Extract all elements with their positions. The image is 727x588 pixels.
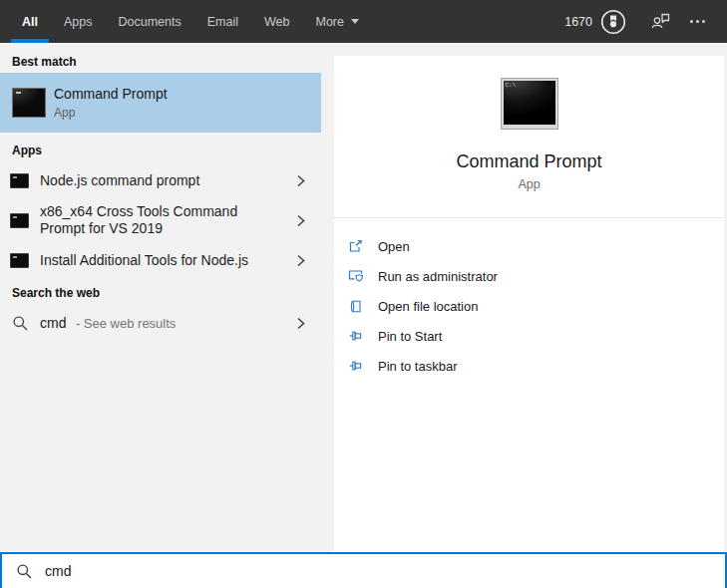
- best-match-result[interactable]: Command Prompt App: [0, 73, 321, 133]
- tab-web-label: Web: [264, 15, 289, 29]
- chevron-right-icon[interactable]: [297, 317, 305, 330]
- tab-apps[interactable]: Apps: [64, 0, 93, 43]
- open-window-icon: [347, 239, 364, 253]
- best-match-text: Command Prompt App: [54, 86, 168, 120]
- chevron-right-icon[interactable]: [297, 214, 305, 227]
- result-x86-x64-cross-tools[interactable]: x86_x64 Cross Tools Command Prompt for V…: [0, 200, 321, 240]
- web-search-text: cmd - See web results: [40, 314, 176, 332]
- divider: [334, 217, 724, 218]
- terminal-icon: [10, 213, 29, 228]
- best-match-title: Command Prompt: [54, 86, 168, 102]
- action-pin-to-taskbar[interactable]: Pin to taskbar: [334, 351, 724, 381]
- rewards-medal-icon: [598, 7, 628, 37]
- tab-web[interactable]: Web: [264, 0, 289, 43]
- admin-shield-icon: [347, 269, 364, 283]
- terminal-screen: C:\: [504, 81, 555, 125]
- filter-tabs: All Apps Documents Email Web More: [0, 0, 359, 43]
- rewards-points: 1670: [564, 15, 592, 29]
- action-label: Open: [378, 239, 410, 254]
- topbar-actions: 1670: [564, 7, 727, 37]
- result-install-additional-tools[interactable]: Install Additional Tools for Node.js: [0, 240, 321, 280]
- result-title: x86_x64 Cross Tools Command Prompt for V…: [40, 203, 269, 237]
- dropdown-arrow-icon: [351, 19, 359, 24]
- more-options-icon[interactable]: [690, 7, 705, 37]
- action-label: Run as administrator: [378, 269, 498, 284]
- account-button[interactable]: [650, 11, 672, 33]
- command-prompt-icon: [12, 88, 46, 118]
- tab-documents[interactable]: Documents: [118, 0, 181, 43]
- results-panel: Best match Command Prompt App Apps Node.…: [0, 43, 333, 552]
- tab-email-label: Email: [207, 15, 238, 29]
- action-label: Pin to Start: [378, 329, 442, 344]
- tab-email[interactable]: Email: [207, 0, 238, 43]
- best-match-subtitle: App: [54, 106, 168, 120]
- pin-icon: [347, 360, 364, 372]
- web-hint: - See web results: [76, 316, 176, 331]
- action-label: Pin to taskbar: [378, 359, 458, 374]
- web-query: cmd: [40, 315, 66, 331]
- action-pin-to-start[interactable]: Pin to Start: [334, 321, 724, 351]
- search-filter-bar: All Apps Documents Email Web More 1670: [0, 0, 727, 43]
- pin-icon: [347, 330, 364, 342]
- search-icon: [12, 315, 29, 332]
- chevron-right-icon[interactable]: [297, 254, 305, 267]
- result-web-search[interactable]: cmd - See web results: [0, 303, 321, 343]
- rewards-button[interactable]: 1670: [564, 7, 628, 37]
- result-title: Install Additional Tools for Node.js: [40, 252, 248, 269]
- tab-more-label: More: [315, 15, 343, 29]
- action-run-as-administrator[interactable]: Run as administrator: [334, 261, 724, 291]
- preview-title: Command Prompt: [456, 151, 601, 172]
- command-prompt-icon-large: C:\: [501, 78, 558, 130]
- search-icon: [16, 563, 33, 580]
- section-header-apps: Apps: [0, 141, 333, 160]
- action-list: Open Run as administrator Open file loca…: [334, 231, 724, 381]
- windows-search-flyout: { "topbar": { "tabs": [ { "label": "All"…: [0, 0, 727, 588]
- tab-apps-label: Apps: [64, 15, 93, 29]
- file-location-icon: [347, 300, 364, 313]
- tab-all[interactable]: All: [22, 0, 38, 43]
- section-header-search-web: Search the web: [0, 283, 333, 303]
- result-title: Node.js command prompt: [40, 172, 199, 189]
- terminal-prompt-text: C:\: [506, 82, 517, 89]
- preview-pane: C:\ Command Prompt App Open Run a: [334, 56, 724, 552]
- preview-subtitle: App: [518, 177, 540, 191]
- terminal-icon: [10, 173, 29, 188]
- tab-documents-label: Documents: [118, 15, 181, 29]
- terminal-icon: [10, 253, 29, 268]
- tab-all-label: All: [22, 15, 38, 29]
- result-nodejs-command-prompt[interactable]: Node.js command prompt: [0, 160, 321, 200]
- action-open[interactable]: Open: [334, 231, 724, 261]
- chevron-right-icon[interactable]: [297, 174, 305, 187]
- search-input[interactable]: [45, 563, 725, 579]
- section-header-best-match: Best match: [0, 52, 333, 73]
- action-label: Open file location: [378, 299, 478, 314]
- action-open-file-location[interactable]: Open file location: [334, 291, 724, 321]
- search-box[interactable]: [0, 552, 727, 588]
- tab-more[interactable]: More: [315, 0, 358, 43]
- account-icon: [650, 11, 672, 33]
